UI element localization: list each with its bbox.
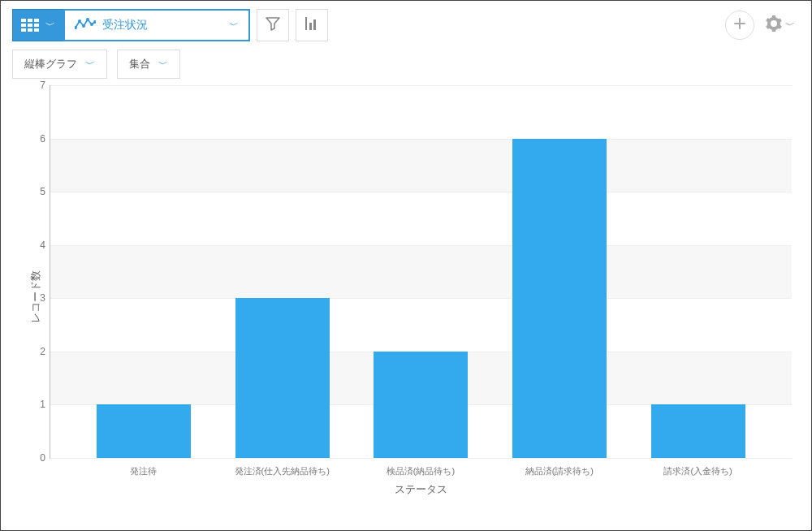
chevron-down-icon: ﹀ xyxy=(785,19,795,32)
x-tick-label: 発注済(仕入先納品待ち) xyxy=(213,465,352,477)
y-tick: 3 xyxy=(28,292,45,304)
svg-point-11 xyxy=(82,24,85,28)
funnel-icon xyxy=(266,16,280,34)
svg-point-10 xyxy=(78,19,81,23)
view-group: ﹀ 受注状況 ﹀ xyxy=(12,9,250,41)
x-tick-labels: 発注待発注済(仕入先納品待ち)検品済(納品待ち)納品済(請求待ち)請求済(入金待… xyxy=(50,459,792,477)
x-tick-label: 発注待 xyxy=(74,465,213,477)
chart-controls: 縦棒グラフ ﹀ 集合 ﹀ xyxy=(1,50,811,85)
plus-icon xyxy=(733,17,746,33)
svg-rect-4 xyxy=(28,24,32,27)
x-axis-label: ステータス xyxy=(50,477,792,497)
chevron-down-icon: ﹀ xyxy=(45,19,55,32)
y-tick: 1 xyxy=(28,399,45,410)
bar[interactable] xyxy=(512,139,607,458)
chart-area: レコード数 01234567 発注待発注済(仕入先納品待ち)検品済(納品待ち)納… xyxy=(1,85,811,507)
filter-button[interactable] xyxy=(257,9,289,41)
chart-type-select[interactable]: 縦棒グラフ ﹀ xyxy=(12,50,107,79)
x-tick-label: 検品済(納品待ち) xyxy=(352,465,490,477)
svg-rect-5 xyxy=(34,24,39,27)
chevron-down-icon: ﹀ xyxy=(85,58,95,71)
svg-rect-17 xyxy=(313,19,316,30)
svg-rect-8 xyxy=(34,28,39,32)
line-chart-icon xyxy=(75,18,96,33)
svg-rect-15 xyxy=(305,17,307,30)
svg-rect-1 xyxy=(28,19,32,22)
bar[interactable] xyxy=(374,352,468,458)
chevron-down-icon: ﹀ xyxy=(158,58,168,71)
svg-point-13 xyxy=(90,23,93,26)
x-tick-label: 納品済(請求待ち) xyxy=(490,465,628,477)
y-tick: 2 xyxy=(28,346,45,357)
toolbar: ﹀ 受注状況 ﹀ ﹀ xyxy=(1,1,811,50)
table-view-button[interactable]: ﹀ xyxy=(12,9,63,41)
bar[interactable] xyxy=(651,404,745,458)
add-button[interactable] xyxy=(725,11,754,40)
y-tick: 4 xyxy=(28,240,45,251)
svg-rect-7 xyxy=(28,28,32,32)
svg-rect-16 xyxy=(309,23,312,30)
y-tick: 0 xyxy=(28,452,45,464)
y-tick: 6 xyxy=(28,133,45,145)
chart-toggle-button[interactable] xyxy=(296,9,328,41)
view-name: 受注状況 xyxy=(102,18,148,32)
bar[interactable] xyxy=(97,404,191,458)
svg-rect-2 xyxy=(34,19,39,22)
bars xyxy=(50,85,792,458)
settings-button[interactable]: ﹀ xyxy=(761,15,800,35)
group-mode-label: 集合 xyxy=(129,57,150,71)
bar-chart-icon xyxy=(304,16,319,34)
view-dropdown[interactable]: 受注状況 ﹀ xyxy=(63,9,250,41)
chart-type-label: 縦棒グラフ xyxy=(24,57,77,71)
svg-point-12 xyxy=(86,18,89,21)
y-tick: 7 xyxy=(28,80,45,91)
gear-icon xyxy=(766,15,782,35)
table-icon xyxy=(21,19,39,32)
svg-rect-0 xyxy=(21,19,26,22)
x-tick-label: 請求済(入金待ち) xyxy=(628,465,767,477)
svg-rect-6 xyxy=(21,28,26,32)
y-tick: 5 xyxy=(28,186,45,197)
group-mode-select[interactable]: 集合 ﹀ xyxy=(117,50,180,79)
plot: 01234567 xyxy=(50,85,792,459)
bar[interactable] xyxy=(235,298,330,458)
chevron-down-icon: ﹀ xyxy=(229,19,239,32)
svg-rect-3 xyxy=(21,24,26,27)
